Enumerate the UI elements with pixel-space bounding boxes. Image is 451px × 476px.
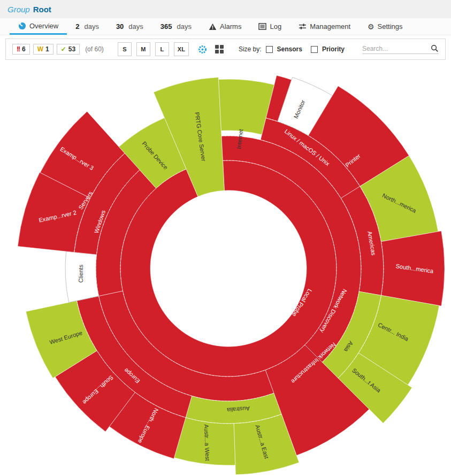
tab-bar: Overview 2 days 30 days 365 days Alarms … bbox=[0, 18, 451, 35]
sensors-checkbox[interactable] bbox=[266, 46, 273, 53]
size-button-group: S M L XL bbox=[118, 42, 189, 56]
tab-settings[interactable]: ⚙ Settings bbox=[359, 18, 411, 35]
size-button-m[interactable]: M bbox=[136, 42, 150, 56]
view-toggle-group bbox=[197, 44, 224, 55]
tab-2-days[interactable]: 2 days bbox=[67, 18, 108, 35]
sensor-total: (of 60) bbox=[85, 45, 104, 53]
error-count: 6 bbox=[22, 45, 26, 53]
sunburst-chart: Local ProbePRTG Core ServerNetwork Disco… bbox=[0, 60, 451, 474]
tab-label: days bbox=[84, 22, 98, 30]
tab-management[interactable]: Management bbox=[290, 18, 359, 35]
tab-alarms[interactable]: Alarms bbox=[200, 18, 250, 35]
warning-count: 1 bbox=[45, 45, 49, 53]
size-by-label: Size by: bbox=[239, 45, 262, 53]
tab-365-days[interactable]: 365 days bbox=[152, 18, 200, 35]
size-button-s[interactable]: S bbox=[118, 42, 132, 56]
size-button-l[interactable]: L bbox=[155, 42, 169, 56]
check-icon: ✓ bbox=[61, 45, 66, 53]
tab-log[interactable]: Log bbox=[250, 18, 290, 35]
tab-overview[interactable]: Overview bbox=[10, 18, 67, 35]
title-bar: Group Root bbox=[0, 0, 451, 18]
tab-label: Alarms bbox=[220, 22, 241, 30]
sliders-icon bbox=[299, 23, 307, 30]
sunburst-chart-area: Local ProbePRTG Core ServerNetwork Disco… bbox=[0, 60, 451, 476]
ok-count: 53 bbox=[68, 45, 75, 53]
page-title-group-name: Root bbox=[33, 5, 51, 14]
priority-checkbox-label: Priority bbox=[322, 45, 345, 53]
tab-number: 2 bbox=[75, 22, 79, 30]
grid-icon[interactable] bbox=[215, 45, 224, 53]
warning-icon bbox=[209, 23, 217, 30]
tab-label: Overview bbox=[29, 22, 58, 30]
search-input[interactable] bbox=[362, 45, 431, 52]
warning-icon: W bbox=[37, 45, 43, 53]
search-box bbox=[362, 44, 439, 54]
size-button-xl[interactable]: XL bbox=[174, 42, 189, 56]
tab-label: Settings bbox=[378, 22, 403, 30]
gauge-icon bbox=[18, 22, 26, 30]
status-chip-warnings[interactable]: W 1 bbox=[33, 44, 53, 55]
size-by-group: Size by: Sensors Priority bbox=[239, 45, 349, 53]
tab-label: days bbox=[128, 22, 143, 30]
tab-number: 30 bbox=[116, 22, 124, 30]
tab-30-days[interactable]: 30 days bbox=[108, 18, 152, 35]
sunburst-icon[interactable] bbox=[197, 44, 208, 55]
toolbar: !! 6 W 1 ✓ 53 (of 60) S M L XL Size by: … bbox=[5, 39, 446, 60]
tab-label: Management bbox=[310, 22, 350, 30]
gear-icon: ⚙ bbox=[368, 23, 374, 30]
segment-label-clients: Clients bbox=[78, 264, 84, 282]
tab-label: Log bbox=[270, 22, 281, 30]
page-title-group-label: Group bbox=[7, 5, 30, 14]
error-icon: !! bbox=[17, 45, 20, 53]
log-icon bbox=[258, 23, 266, 30]
tab-number: 365 bbox=[160, 22, 172, 30]
priority-checkbox[interactable] bbox=[311, 46, 318, 53]
search-icon[interactable] bbox=[431, 44, 439, 52]
tab-label: days bbox=[177, 22, 192, 30]
sensors-checkbox-label: Sensors bbox=[277, 45, 302, 53]
status-chip-ok[interactable]: ✓ 53 bbox=[57, 44, 80, 55]
status-chip-errors[interactable]: !! 6 bbox=[12, 44, 30, 55]
segment-label-australia-west: Austr...a West bbox=[203, 424, 211, 461]
segment-local-probe[interactable] bbox=[120, 160, 337, 377]
